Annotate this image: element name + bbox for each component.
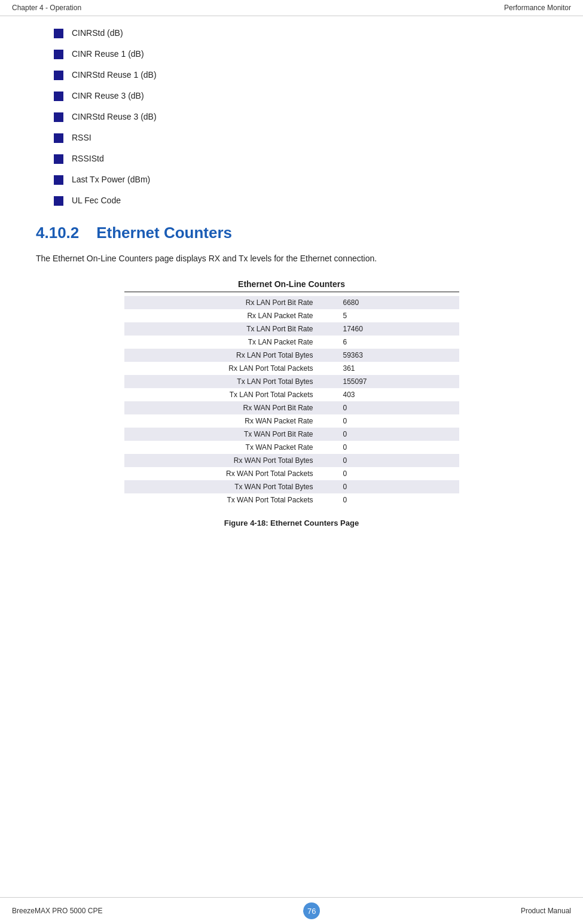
- bullet-list: CINRStd (dB)CINR Reuse 1 (dB)CINRStd Reu…: [36, 28, 547, 206]
- table-row: Rx WAN Port Bit Rate0: [124, 401, 459, 414]
- row-label: Rx LAN Port Total Packets: [124, 362, 325, 375]
- bullet-item-cinrstd-db: CINRStd (dB): [54, 28, 547, 38]
- bullet-text: CINRStd Reuse 3 (dB): [72, 112, 157, 121]
- row-value: 0: [325, 428, 459, 441]
- bullet-text: Last Tx Power (dBm): [72, 175, 150, 184]
- row-label: Rx WAN Port Bit Rate: [124, 401, 325, 414]
- table-row: Tx LAN Port Bit Rate17460: [124, 322, 459, 336]
- row-value: 17460: [325, 322, 459, 336]
- row-label: Rx WAN Port Total Bytes: [124, 454, 325, 467]
- row-value: 155097: [325, 375, 459, 388]
- table-row: Rx WAN Port Total Packets0: [124, 467, 459, 480]
- bullet-item-last-tx-power: Last Tx Power (dBm): [54, 175, 547, 185]
- bullet-text: CINR Reuse 3 (dB): [72, 91, 144, 100]
- bullet-text: RSSI: [72, 133, 91, 142]
- section-number: 4.10.2: [36, 224, 79, 242]
- row-value: 0: [325, 454, 459, 467]
- row-label: Rx LAN Port Total Bytes: [124, 349, 325, 362]
- figure-caption: Figure 4-18: Ethernet Counters Page: [36, 519, 547, 527]
- bullet-item-rssi: RSSI: [54, 133, 547, 143]
- row-value: 0: [325, 414, 459, 428]
- table-container: Ethernet On-Line Counters Rx LAN Port Bi…: [124, 279, 459, 507]
- row-label: Tx LAN Port Bit Rate: [124, 322, 325, 336]
- row-label: Rx LAN Port Bit Rate: [124, 296, 325, 309]
- table-title: Ethernet On-Line Counters: [124, 279, 459, 292]
- page-number: 76: [303, 902, 320, 919]
- row-label: Tx WAN Packet Rate: [124, 441, 325, 454]
- table-row: Rx LAN Port Total Packets361: [124, 362, 459, 375]
- row-label: Tx LAN Port Total Packets: [124, 388, 325, 401]
- footer-left: BreezeMAX PRO 5000 CPE: [12, 907, 102, 915]
- row-value: 403: [325, 388, 459, 401]
- table-row: Tx WAN Packet Rate0: [124, 441, 459, 454]
- page-header: Chapter 4 - Operation Performance Monito…: [0, 0, 583, 16]
- table-row: Tx LAN Packet Rate6: [124, 336, 459, 349]
- bullet-item-cinrstd-reuse1-db: CINRStd Reuse 1 (dB): [54, 70, 547, 80]
- bullet-square-icon: [54, 71, 63, 80]
- page-footer: BreezeMAX PRO 5000 CPE 76 Product Manual: [0, 897, 583, 924]
- row-value: 59363: [325, 349, 459, 362]
- bullet-item-cinr-reuse1-db: CINR Reuse 1 (dB): [54, 49, 547, 59]
- bullet-item-ul-fec-code: UL Fec Code: [54, 196, 547, 206]
- header-left: Chapter 4 - Operation: [12, 4, 81, 12]
- table-row: Rx WAN Port Total Bytes0: [124, 454, 459, 467]
- bullet-square-icon: [54, 92, 63, 101]
- row-value: 0: [325, 441, 459, 454]
- bullet-square-icon: [54, 196, 63, 206]
- row-value: 0: [325, 493, 459, 507]
- bullet-square-icon: [54, 50, 63, 59]
- table-row: Tx WAN Port Total Bytes0: [124, 480, 459, 493]
- bullet-text: UL Fec Code: [72, 196, 121, 205]
- bullet-text: CINRStd Reuse 1 (dB): [72, 70, 157, 80]
- table-row: Rx LAN Port Total Bytes59363: [124, 349, 459, 362]
- section-title: Ethernet Counters: [96, 224, 232, 242]
- bullet-item-rssistd: RSSIStd: [54, 154, 547, 164]
- row-label: Rx WAN Port Total Packets: [124, 467, 325, 480]
- row-value: 0: [325, 480, 459, 493]
- table-row: Rx WAN Packet Rate0: [124, 414, 459, 428]
- body-text: The Ethernet On-Line Counters page displ…: [36, 252, 547, 265]
- table-row: Rx LAN Port Bit Rate6680: [124, 296, 459, 309]
- ethernet-counters-table: Rx LAN Port Bit Rate6680Rx LAN Packet Ra…: [124, 296, 459, 507]
- footer-right: Product Manual: [521, 907, 571, 915]
- bullet-square-icon: [54, 175, 63, 185]
- row-value: 0: [325, 401, 459, 414]
- row-value: 6680: [325, 296, 459, 309]
- row-value: 6: [325, 336, 459, 349]
- bullet-text: RSSIStd: [72, 154, 104, 163]
- bullet-square-icon: [54, 154, 63, 164]
- row-label: Tx LAN Packet Rate: [124, 336, 325, 349]
- table-row: Rx LAN Packet Rate5: [124, 309, 459, 322]
- row-label: Tx WAN Port Total Bytes: [124, 480, 325, 493]
- row-label: Tx WAN Port Total Packets: [124, 493, 325, 507]
- bullet-item-cinrstd-reuse3-db: CINRStd Reuse 3 (dB): [54, 112, 547, 122]
- bullet-text: CINRStd (dB): [72, 28, 123, 38]
- table-row: Tx WAN Port Total Packets0: [124, 493, 459, 507]
- table-row: Tx LAN Port Total Bytes155097: [124, 375, 459, 388]
- header-right: Performance Monitor: [504, 4, 571, 12]
- row-label: Rx WAN Packet Rate: [124, 414, 325, 428]
- section-heading: 4.10.2 Ethernet Counters: [36, 224, 547, 242]
- row-value: 5: [325, 309, 459, 322]
- row-label: Tx WAN Port Bit Rate: [124, 428, 325, 441]
- row-value: 0: [325, 467, 459, 480]
- bullet-item-cinr-reuse3-db: CINR Reuse 3 (dB): [54, 91, 547, 101]
- table-row: Tx LAN Port Total Packets403: [124, 388, 459, 401]
- bullet-text: CINR Reuse 1 (dB): [72, 49, 144, 59]
- table-row: Tx WAN Port Bit Rate0: [124, 428, 459, 441]
- main-content: CINRStd (dB)CINR Reuse 1 (dB)CINRStd Reu…: [0, 16, 583, 563]
- bullet-square-icon: [54, 29, 63, 38]
- row-label: Rx LAN Packet Rate: [124, 309, 325, 322]
- bullet-square-icon: [54, 133, 63, 143]
- bullet-square-icon: [54, 112, 63, 122]
- row-label: Tx LAN Port Total Bytes: [124, 375, 325, 388]
- row-value: 361: [325, 362, 459, 375]
